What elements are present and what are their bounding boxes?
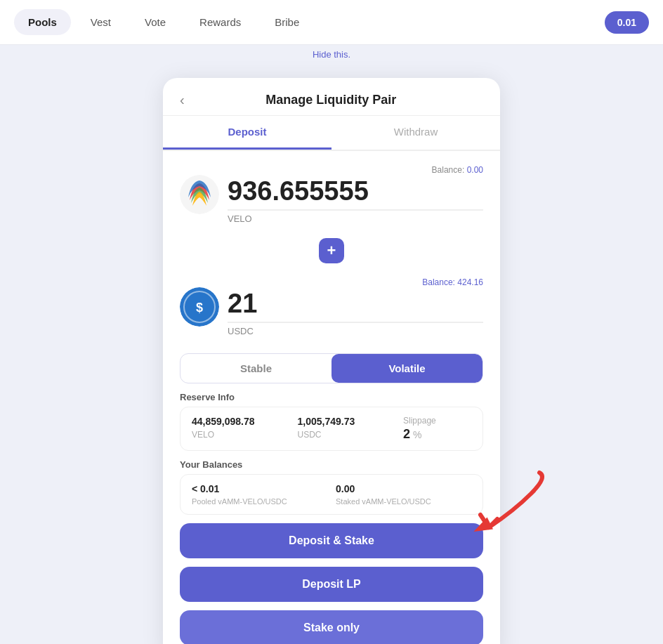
nav-tabs: Pools Vest Vote Rewards Bribe: [14, 9, 313, 35]
reserve-velo-value: 44,859,098.78: [192, 416, 289, 427]
reserve-velo-token: VELO: [192, 430, 289, 440]
stake-only-button[interactable]: Stake only: [180, 610, 483, 644]
reserve-usdc-token: USDC: [298, 430, 395, 440]
slippage-item: Slippage 2 %: [403, 416, 471, 442]
top-nav: Pools Vest Vote Rewards Bribe 0.01: [0, 0, 663, 45]
velo-token-icon: [180, 175, 219, 214]
token2-symbol: USDC: [228, 326, 483, 336]
modal-title: Manage Liquidity Pair: [193, 93, 469, 107]
pair-type-selector: Stable Volatile: [180, 353, 483, 383]
pooled-balance: < 0.01 Pooled vAMM-VELO/USDC: [192, 483, 327, 506]
token2-input-area: Balance: 424.16 USDC: [228, 277, 483, 336]
token1-balance-label: Balance: 0.00: [228, 165, 483, 175]
hide-link[interactable]: Hide this.: [313, 49, 350, 60]
deposit-stake-button[interactable]: Deposit & Stake: [180, 523, 483, 558]
slippage-value-row: 2 %: [403, 427, 471, 442]
token1-balance-value: 0.00: [467, 165, 483, 175]
nav-tab-bribe[interactable]: Bribe: [261, 9, 313, 35]
modal-card: ‹ Manage Liquidity Pair Deposit Withdraw: [163, 78, 500, 644]
token1-amount-input[interactable]: [228, 176, 483, 211]
reserve-usdc-value: 1,005,749.73: [298, 416, 395, 427]
plus-button[interactable]: +: [319, 238, 344, 263]
slippage-percent: %: [413, 429, 421, 440]
nav-tab-pools[interactable]: Pools: [14, 9, 71, 35]
slippage-number: 2: [403, 427, 410, 442]
token1-input-area: Balance: 0.00 VELO: [228, 165, 483, 224]
token1-row: Balance: 0.00 VELO: [180, 165, 483, 224]
main-content: ‹ Manage Liquidity Pair Deposit Withdraw: [0, 64, 663, 644]
token1-symbol: VELO: [228, 213, 483, 224]
balances-box: < 0.01 Pooled vAMM-VELO/USDC 0.00 Staked…: [180, 474, 483, 515]
staked-label: Staked vAMM-VELO/USDC: [336, 497, 471, 506]
reserve-velo: 44,859,098.78 VELO: [192, 416, 289, 440]
token2-row: $ Balance: 424.16 USDC: [180, 277, 483, 336]
pooled-value: < 0.01: [192, 483, 327, 494]
volatile-btn[interactable]: Volatile: [332, 354, 483, 383]
token1-section: Balance: 0.00 VELO: [163, 157, 500, 232]
nav-tab-rewards[interactable]: Rewards: [185, 9, 255, 35]
tab-deposit[interactable]: Deposit: [163, 116, 332, 150]
usdc-token-icon: $: [180, 287, 219, 327]
token2-balance-label: Balance: 424.16: [228, 277, 483, 287]
staked-balance: 0.00 Staked vAMM-VELO/USDC: [336, 483, 471, 506]
tab-withdraw[interactable]: Withdraw: [332, 116, 500, 150]
pooled-label: Pooled vAMM-VELO/USDC: [192, 497, 327, 506]
nav-tab-vote[interactable]: Vote: [131, 9, 180, 35]
token2-section: $ Balance: 424.16 USDC: [163, 269, 500, 345]
token2-balance-value: 424.16: [457, 277, 483, 287]
wallet-balance[interactable]: 0.01: [605, 11, 649, 34]
plus-btn-wrap: +: [163, 238, 500, 263]
token2-amount-input[interactable]: [228, 289, 483, 323]
reserve-info-label: Reserve Info: [180, 392, 483, 402]
deposit-lp-button[interactable]: Deposit LP: [180, 567, 483, 602]
slippage-label: Slippage: [403, 416, 471, 426]
tab-bar: Deposit Withdraw: [163, 116, 500, 151]
your-balances-label: Your Balances: [180, 459, 483, 470]
staked-value: 0.00: [336, 483, 471, 494]
back-button[interactable]: ‹: [180, 92, 185, 108]
modal-header: ‹ Manage Liquidity Pair: [163, 78, 500, 116]
reserve-usdc: 1,005,749.73 USDC: [298, 416, 395, 440]
svg-text:$: $: [196, 301, 203, 315]
nav-tab-vest[interactable]: Vest: [77, 9, 125, 35]
reserve-info-box: 44,859,098.78 VELO 1,005,749.73 USDC Sli…: [180, 407, 483, 451]
hide-bar: Hide this.: [0, 45, 663, 64]
stable-btn[interactable]: Stable: [180, 354, 332, 383]
